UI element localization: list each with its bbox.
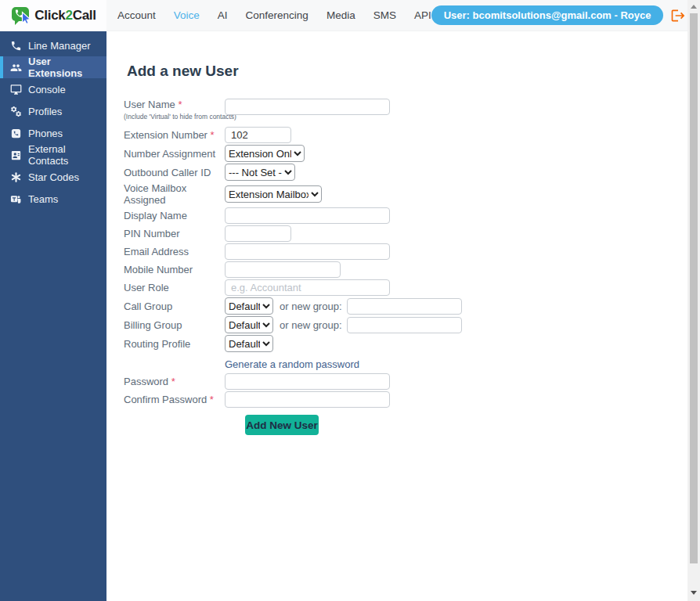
nav-api[interactable]: API	[414, 9, 431, 21]
top-header: Click2Call Account Voice AI Conferencing…	[0, 0, 687, 31]
sidebar-item-label: Profiles	[28, 106, 62, 117]
number-assignment-select[interactable]: Extension Only	[225, 145, 305, 162]
gears-icon	[10, 106, 22, 117]
billing-group-new-input[interactable]	[347, 317, 462, 333]
top-nav: Account Voice AI Conferencing Media SMS …	[117, 9, 431, 21]
sidebar-item-star-codes[interactable]: Star Codes	[0, 166, 106, 188]
call-group-new-input[interactable]	[347, 298, 462, 315]
sidebar-item-phones[interactable]: Phones	[0, 122, 106, 144]
display-name-input[interactable]	[225, 207, 390, 224]
vertical-scrollbar[interactable]	[687, 0, 700, 601]
monitor-icon	[10, 84, 22, 95]
row-user-name: User Name * (Include 'Virtual' to hide f…	[124, 99, 687, 123]
user-name-input[interactable]	[225, 99, 390, 115]
app-logo[interactable]: Click2Call	[0, 0, 106, 31]
mobile-number-input[interactable]	[225, 261, 341, 278]
sidebar-item-profiles[interactable]: Profiles	[0, 100, 106, 122]
pin-number-input[interactable]	[225, 225, 291, 242]
row-outbound-caller-id: Outbound Caller ID --- Not Set ---	[124, 164, 687, 181]
row-routing-profile: Routing Profile Default	[124, 335, 687, 352]
routing-profile-select[interactable]: Default	[225, 335, 273, 352]
nav-voice[interactable]: Voice	[174, 9, 200, 21]
scrollbar-up-arrow-icon[interactable]	[691, 5, 697, 9]
row-number-assignment: Number Assignment Extension Only	[124, 145, 687, 162]
sidebar-item-label: Teams	[28, 193, 58, 205]
phone-icon	[10, 40, 22, 52]
row-confirm-password: Confirm Password *	[124, 391, 687, 408]
page-title: Add a new User	[127, 63, 687, 80]
user-name-note: (Include 'Virtual' to hide from contacts…	[124, 111, 225, 123]
row-mobile-number: Mobile Number	[124, 261, 687, 278]
user-name-label: User Name * (Include 'Virtual' to hide f…	[124, 99, 225, 123]
scrollbar-thumb[interactable]	[690, 13, 698, 563]
sidebar-item-label: External Contacts	[28, 143, 106, 167]
call-group-select[interactable]: Default	[225, 297, 273, 315]
sidebar-item-label: Phones	[28, 128, 63, 139]
required-asterisk: *	[178, 99, 182, 110]
confirm-password-label: Confirm Password *	[124, 394, 225, 405]
billing-group-select[interactable]: Default	[225, 316, 273, 333]
password-input[interactable]	[225, 373, 390, 390]
sidebar-item-line-manager[interactable]: Line Manager	[0, 34, 106, 56]
row-billing-group: Billing Group Default or new group:	[124, 316, 687, 333]
outbound-caller-id-select[interactable]: --- Not Set ---	[225, 164, 295, 181]
scrollbar-down-arrow-icon[interactable]	[691, 591, 697, 595]
billing-group-or-label: or new group:	[280, 319, 342, 331]
nav-ai[interactable]: AI	[218, 9, 228, 21]
row-extension-number: Extension Number *	[124, 127, 687, 143]
sidebar-item-external-contacts[interactable]: External Contacts	[0, 144, 106, 166]
add-user-form: User Name * (Include 'Virtual' to hide f…	[124, 99, 687, 435]
row-user-role: User Role	[124, 279, 687, 296]
logo-icon	[10, 5, 32, 27]
required-asterisk: *	[210, 394, 214, 405]
generate-password-link[interactable]: Generate a random password	[225, 358, 359, 370]
add-new-user-button[interactable]: Add New User	[245, 415, 319, 435]
mobile-number-label: Mobile Number	[124, 264, 225, 275]
sidebar-item-user-extensions[interactable]: User Extensions	[0, 56, 106, 78]
extension-number-label: Extension Number *	[124, 129, 225, 141]
row-password: Password *	[124, 373, 687, 390]
sidebar-item-teams[interactable]: Teams	[0, 188, 106, 210]
sidebar-item-label: Star Codes	[28, 171, 79, 183]
billing-group-label: Billing Group	[124, 319, 225, 331]
call-group-or-label: or new group:	[280, 300, 342, 312]
number-assignment-label: Number Assignment	[124, 148, 225, 160]
row-display-name: Display Name	[124, 207, 687, 224]
logout-icon[interactable]	[670, 7, 686, 24]
call-group-label: Call Group	[124, 300, 225, 312]
password-label: Password *	[124, 376, 225, 387]
teams-icon	[10, 193, 22, 205]
row-pin-number: PIN Number	[124, 225, 687, 242]
main-content: Add a new User User Name * (Include 'Vir…	[106, 31, 687, 601]
row-voice-mailbox: Voice Mailbox Assigned Extension Mailbox	[124, 182, 687, 206]
voice-mailbox-select[interactable]: Extension Mailbox	[225, 185, 322, 203]
phone-square-icon	[10, 128, 22, 139]
row-call-group: Call Group Default or new group:	[124, 297, 687, 315]
row-email-address: Email Address	[124, 243, 687, 260]
user-badge[interactable]: User: bcomitsolutions@gmail.com - Royce	[431, 5, 664, 25]
nav-media[interactable]: Media	[327, 9, 355, 21]
sidebar-item-console[interactable]: Console	[0, 78, 106, 100]
outbound-caller-id-label: Outbound Caller ID	[124, 167, 225, 178]
sidebar: Line Manager User Extensions Console Pro…	[0, 31, 106, 601]
sidebar-item-label: Console	[28, 84, 66, 95]
required-asterisk: *	[171, 376, 175, 387]
email-address-label: Email Address	[124, 246, 225, 257]
nav-account[interactable]: Account	[117, 9, 156, 21]
voice-mailbox-label: Voice Mailbox Assigned	[124, 182, 225, 206]
sidebar-item-label: Line Manager	[28, 40, 91, 52]
contact-card-icon	[10, 149, 22, 161]
user-role-label: User Role	[124, 282, 225, 293]
confirm-password-input[interactable]	[225, 391, 390, 408]
logo-text: Click2Call	[34, 8, 96, 23]
nav-sms[interactable]: SMS	[373, 9, 396, 21]
email-address-input[interactable]	[225, 243, 390, 260]
sidebar-item-label: User Extensions	[28, 56, 106, 79]
user-role-input[interactable]	[225, 279, 390, 296]
nav-conferencing[interactable]: Conferencing	[246, 9, 309, 21]
routing-profile-label: Routing Profile	[124, 338, 225, 350]
extension-number-input[interactable]	[225, 127, 291, 143]
asterisk-icon	[10, 171, 22, 183]
display-name-label: Display Name	[124, 210, 225, 221]
users-icon	[10, 62, 22, 74]
